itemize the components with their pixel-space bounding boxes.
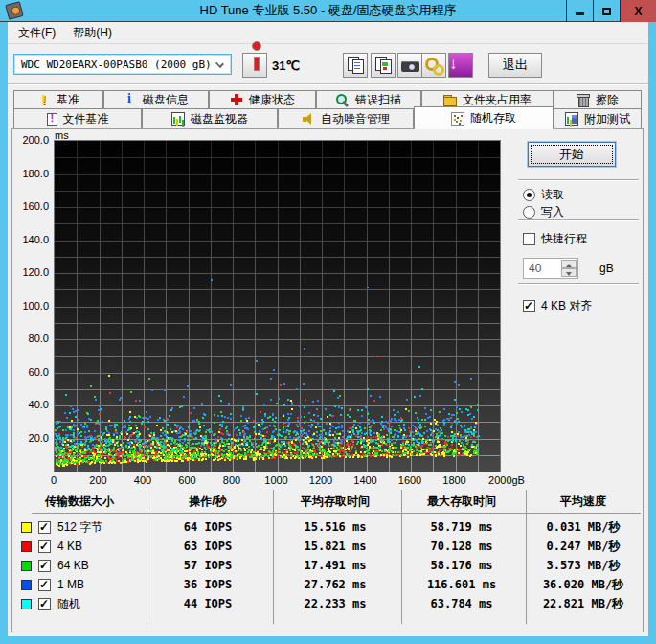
drive-select-value: WDC WD20EARX-00PASB0 (2000 gB): [21, 58, 212, 71]
tab-disk-info[interactable]: 磁盘信息: [103, 90, 209, 109]
separator: [518, 283, 639, 285]
table-value-cell: 15.516 ms: [271, 520, 399, 534]
table-value-cell: 0.247 MB/秒: [524, 539, 643, 555]
client-area: 文件(F) 帮助(H) WDC WD20EARX-00PASB0 (2000 g…: [8, 22, 648, 636]
series-checkbox[interactable]: [38, 521, 51, 534]
maximize-button[interactable]: [593, 0, 620, 22]
y-axis-tick-label: 160.0: [12, 200, 49, 212]
tab-error-scan[interactable]: 错误扫描: [316, 90, 421, 109]
series-checkbox[interactable]: [38, 560, 51, 572]
close-icon: X: [634, 5, 642, 18]
tab-random-access[interactable]: 随机存取: [414, 106, 554, 129]
series-label: 随机: [57, 596, 80, 612]
tab-benchmark[interactable]: 基准: [13, 90, 103, 109]
short-stroke-checkbox[interactable]: [523, 233, 535, 245]
table-value-cell: 58.176 ms: [399, 559, 524, 572]
tab-label: 文件基准: [63, 111, 109, 127]
results-table: 传输数据大小操作/秒平均存取时间最大存取时间平均速度 512 字节64 IOPS…: [14, 488, 643, 632]
tab-disk-monitor[interactable]: 磁盘监视器: [142, 108, 278, 129]
series-checkbox[interactable]: [38, 579, 51, 591]
close-button[interactable]: X: [620, 0, 656, 22]
copy-image-button[interactable]: [371, 53, 396, 78]
x-axis-tick-label: 1800: [442, 474, 465, 486]
window-title: HD Tune 专业版 5.50 - 硬盘/固态硬盘实用程序: [0, 2, 656, 19]
table-header-cell: 传输数据大小: [14, 488, 145, 510]
benchmark-icon: [37, 93, 51, 106]
table-value-cell: 116.601 ms: [399, 578, 524, 591]
tab-label: 健康状态: [249, 92, 295, 108]
series-color-swatch: [21, 599, 32, 610]
table-header-divider: [32, 513, 641, 514]
gold-keys-button[interactable]: [421, 53, 446, 78]
y-axis-tick-label: 60.0: [12, 366, 49, 378]
short-stroke-checkbox-row: 快捷行程: [523, 231, 587, 247]
gb-unit-label: gB: [599, 262, 614, 275]
spin-up-button[interactable]: [561, 260, 577, 268]
speaker-icon: [302, 112, 315, 126]
series-color-swatch: [21, 580, 32, 590]
copy-text-button[interactable]: [343, 53, 368, 78]
menu-help[interactable]: 帮助(H): [64, 22, 121, 44]
table-value-cell: 63.784 ms: [399, 597, 524, 610]
x-axis-tick-label: 200: [89, 474, 106, 486]
separator: [518, 219, 639, 221]
table-value-cell: 64 IOPS: [145, 520, 271, 534]
exit-button[interactable]: 退出: [488, 53, 542, 78]
scatter-points-canvas: [55, 141, 500, 472]
series-checkbox[interactable]: [38, 598, 51, 610]
table-value-cell: 3.573 MB/秒: [524, 558, 643, 574]
align-4kb-checkbox[interactable]: [523, 300, 535, 312]
y-axis-tick-label: 120.0: [12, 266, 49, 278]
tab-label: 磁盘监视器: [191, 111, 248, 127]
y-axis-tick-label: 80.0: [12, 333, 49, 344]
tab-file-benchmark[interactable]: 文件基准: [13, 108, 142, 129]
start-button[interactable]: 开始: [528, 142, 616, 167]
drive-select[interactable]: WDC WD20EARX-00PASB0 (2000 gB): [13, 54, 232, 75]
screenshot-button[interactable]: [397, 53, 422, 78]
x-axis-tick-label: 1600: [398, 474, 421, 486]
titlebar[interactable]: HD Tune 专业版 5.50 - 硬盘/固态硬盘实用程序 X: [0, 0, 656, 22]
y-axis-tick-label: 20.0: [12, 432, 49, 444]
error-scan-icon: [336, 93, 350, 106]
minimize-button[interactable]: [566, 0, 593, 22]
tab-health[interactable]: 健康状态: [209, 90, 316, 109]
tab-label: 磁盘信息: [143, 92, 189, 108]
radio-dot-icon: [523, 206, 535, 218]
tab-label: 文件夹占用率: [463, 92, 532, 108]
temperature-button[interactable]: [242, 53, 267, 78]
series-color-swatch: [21, 561, 32, 571]
menu-bar: 文件(F) 帮助(H): [8, 22, 648, 44]
table-value-cell: 36.020 MB/秒: [524, 577, 643, 593]
table-row: 64 KB57 IOPS17.491 ms58.176 ms3.573 MB/秒: [14, 556, 643, 575]
table-header-row: 传输数据大小操作/秒平均存取时间最大存取时间平均速度: [14, 488, 643, 510]
menu-file[interactable]: 文件(F): [10, 22, 64, 44]
x-axis-tick-label: 2000gB: [488, 474, 525, 486]
tab-erase[interactable]: 擦除: [554, 90, 642, 109]
tab-row-2: 文件基准磁盘监视器自动噪音管理随机存取附加测试: [13, 108, 642, 129]
tab-label: 错误扫描: [355, 92, 401, 108]
table-value-cell: 63 IOPS: [145, 540, 271, 553]
x-axis-tick-label: 600: [178, 474, 195, 486]
spin-down-button[interactable]: [561, 268, 577, 277]
read-radio[interactable]: 读取: [523, 187, 564, 203]
tab-aam[interactable]: 自动噪音管理: [278, 108, 414, 129]
short-stroke-size-input[interactable]: 40: [523, 258, 578, 279]
random-access-icon: [451, 112, 464, 126]
save-button[interactable]: [448, 53, 473, 78]
hd-tune-window: HD Tune 专业版 5.50 - 硬盘/固态硬盘实用程序 X 文件(F) 帮…: [0, 0, 656, 644]
table-value-cell: 22.821 MB/秒: [524, 596, 643, 612]
y-axis-tick-label: 180.0: [12, 168, 49, 179]
write-radio[interactable]: 写入: [523, 204, 564, 220]
series-label: 4 KB: [57, 540, 82, 553]
align-4kb-label: 4 KB 对齐: [541, 298, 592, 314]
tab-extra-tests[interactable]: 附加测试: [554, 108, 642, 129]
temperature-label: 31℃: [272, 58, 300, 73]
series-checkbox[interactable]: [38, 540, 51, 553]
y-axis-tick-label: 100.0: [12, 300, 49, 311]
toolbar-divider: [8, 83, 648, 85]
table-value-cell: 36 IOPS: [145, 578, 271, 591]
tab-label: 擦除: [596, 92, 619, 108]
align-checkbox-row: 4 KB 对齐: [523, 298, 592, 314]
y-axis-tick-label: 200.0: [12, 134, 49, 146]
folder-icon: [443, 93, 457, 106]
